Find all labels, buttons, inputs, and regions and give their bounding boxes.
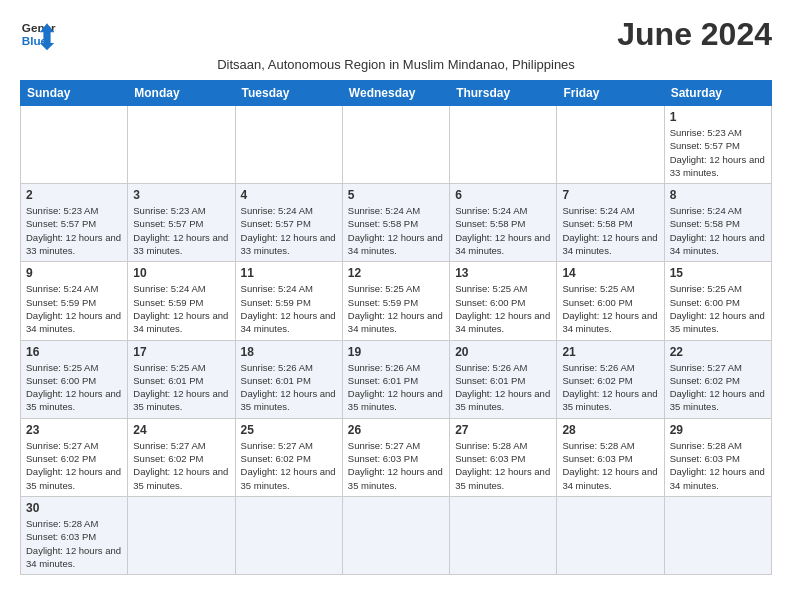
day-number: 16 <box>26 345 122 359</box>
calendar-cell: 14Sunrise: 5:25 AM Sunset: 6:00 PM Dayli… <box>557 262 664 340</box>
calendar-cell <box>450 496 557 574</box>
day-info: Sunrise: 5:26 AM Sunset: 6:01 PM Dayligh… <box>455 361 551 414</box>
calendar-cell: 16Sunrise: 5:25 AM Sunset: 6:00 PM Dayli… <box>21 340 128 418</box>
day-info: Sunrise: 5:27 AM Sunset: 6:02 PM Dayligh… <box>670 361 766 414</box>
calendar-cell: 21Sunrise: 5:26 AM Sunset: 6:02 PM Dayli… <box>557 340 664 418</box>
calendar-cell: 5Sunrise: 5:24 AM Sunset: 5:58 PM Daylig… <box>342 184 449 262</box>
day-info: Sunrise: 5:27 AM Sunset: 6:02 PM Dayligh… <box>26 439 122 492</box>
day-number: 7 <box>562 188 658 202</box>
calendar-cell: 1Sunrise: 5:23 AM Sunset: 5:57 PM Daylig… <box>664 106 771 184</box>
calendar-cell: 15Sunrise: 5:25 AM Sunset: 6:00 PM Dayli… <box>664 262 771 340</box>
day-info: Sunrise: 5:25 AM Sunset: 6:00 PM Dayligh… <box>455 282 551 335</box>
calendar-cell <box>235 106 342 184</box>
day-info: Sunrise: 5:23 AM Sunset: 5:57 PM Dayligh… <box>133 204 229 257</box>
logo: General Blue <box>20 16 56 52</box>
calendar-cell: 4Sunrise: 5:24 AM Sunset: 5:57 PM Daylig… <box>235 184 342 262</box>
day-header-saturday: Saturday <box>664 81 771 106</box>
day-info: Sunrise: 5:24 AM Sunset: 5:58 PM Dayligh… <box>562 204 658 257</box>
day-info: Sunrise: 5:28 AM Sunset: 6:03 PM Dayligh… <box>670 439 766 492</box>
day-info: Sunrise: 5:28 AM Sunset: 6:03 PM Dayligh… <box>562 439 658 492</box>
calendar-cell: 20Sunrise: 5:26 AM Sunset: 6:01 PM Dayli… <box>450 340 557 418</box>
day-info: Sunrise: 5:27 AM Sunset: 6:02 PM Dayligh… <box>133 439 229 492</box>
day-info: Sunrise: 5:24 AM Sunset: 5:59 PM Dayligh… <box>241 282 337 335</box>
calendar-cell: 19Sunrise: 5:26 AM Sunset: 6:01 PM Dayli… <box>342 340 449 418</box>
calendar-cell: 25Sunrise: 5:27 AM Sunset: 6:02 PM Dayli… <box>235 418 342 496</box>
day-number: 19 <box>348 345 444 359</box>
day-info: Sunrise: 5:23 AM Sunset: 5:57 PM Dayligh… <box>26 204 122 257</box>
day-info: Sunrise: 5:26 AM Sunset: 6:01 PM Dayligh… <box>241 361 337 414</box>
day-number: 29 <box>670 423 766 437</box>
day-info: Sunrise: 5:25 AM Sunset: 6:00 PM Dayligh… <box>670 282 766 335</box>
day-number: 12 <box>348 266 444 280</box>
calendar-cell: 26Sunrise: 5:27 AM Sunset: 6:03 PM Dayli… <box>342 418 449 496</box>
calendar-cell: 3Sunrise: 5:23 AM Sunset: 5:57 PM Daylig… <box>128 184 235 262</box>
calendar-cell: 24Sunrise: 5:27 AM Sunset: 6:02 PM Dayli… <box>128 418 235 496</box>
calendar-cell <box>450 106 557 184</box>
calendar-cell <box>342 106 449 184</box>
calendar-cell: 27Sunrise: 5:28 AM Sunset: 6:03 PM Dayli… <box>450 418 557 496</box>
day-info: Sunrise: 5:26 AM Sunset: 6:01 PM Dayligh… <box>348 361 444 414</box>
day-info: Sunrise: 5:24 AM Sunset: 5:57 PM Dayligh… <box>241 204 337 257</box>
day-header-tuesday: Tuesday <box>235 81 342 106</box>
calendar-cell: 11Sunrise: 5:24 AM Sunset: 5:59 PM Dayli… <box>235 262 342 340</box>
day-info: Sunrise: 5:24 AM Sunset: 5:59 PM Dayligh… <box>26 282 122 335</box>
calendar-cell <box>664 496 771 574</box>
day-number: 26 <box>348 423 444 437</box>
day-number: 10 <box>133 266 229 280</box>
svg-text:General: General <box>22 21 56 34</box>
day-number: 21 <box>562 345 658 359</box>
subtitle: Ditsaan, Autonomous Region in Muslim Min… <box>20 57 772 72</box>
month-title: June 2024 <box>617 16 772 53</box>
day-info: Sunrise: 5:25 AM Sunset: 6:00 PM Dayligh… <box>562 282 658 335</box>
day-info: Sunrise: 5:28 AM Sunset: 6:03 PM Dayligh… <box>26 517 122 570</box>
calendar-cell: 30Sunrise: 5:28 AM Sunset: 6:03 PM Dayli… <box>21 496 128 574</box>
calendar-cell <box>21 106 128 184</box>
day-number: 5 <box>348 188 444 202</box>
calendar-cell: 2Sunrise: 5:23 AM Sunset: 5:57 PM Daylig… <box>21 184 128 262</box>
calendar-cell <box>128 496 235 574</box>
day-number: 13 <box>455 266 551 280</box>
calendar-table: SundayMondayTuesdayWednesdayThursdayFrid… <box>20 80 772 575</box>
day-info: Sunrise: 5:25 AM Sunset: 6:01 PM Dayligh… <box>133 361 229 414</box>
day-number: 6 <box>455 188 551 202</box>
calendar-cell <box>235 496 342 574</box>
day-number: 25 <box>241 423 337 437</box>
calendar-cell: 8Sunrise: 5:24 AM Sunset: 5:58 PM Daylig… <box>664 184 771 262</box>
day-number: 17 <box>133 345 229 359</box>
day-number: 9 <box>26 266 122 280</box>
day-info: Sunrise: 5:28 AM Sunset: 6:03 PM Dayligh… <box>455 439 551 492</box>
calendar-cell: 9Sunrise: 5:24 AM Sunset: 5:59 PM Daylig… <box>21 262 128 340</box>
day-number: 1 <box>670 110 766 124</box>
day-number: 14 <box>562 266 658 280</box>
calendar-cell <box>557 496 664 574</box>
day-number: 4 <box>241 188 337 202</box>
day-header-wednesday: Wednesday <box>342 81 449 106</box>
day-info: Sunrise: 5:27 AM Sunset: 6:03 PM Dayligh… <box>348 439 444 492</box>
day-number: 27 <box>455 423 551 437</box>
calendar-cell <box>557 106 664 184</box>
day-info: Sunrise: 5:24 AM Sunset: 5:59 PM Dayligh… <box>133 282 229 335</box>
calendar-cell: 29Sunrise: 5:28 AM Sunset: 6:03 PM Dayli… <box>664 418 771 496</box>
day-header-monday: Monday <box>128 81 235 106</box>
day-number: 23 <box>26 423 122 437</box>
day-header-friday: Friday <box>557 81 664 106</box>
calendar-cell: 22Sunrise: 5:27 AM Sunset: 6:02 PM Dayli… <box>664 340 771 418</box>
day-number: 20 <box>455 345 551 359</box>
calendar-cell <box>342 496 449 574</box>
calendar-cell: 28Sunrise: 5:28 AM Sunset: 6:03 PM Dayli… <box>557 418 664 496</box>
day-info: Sunrise: 5:24 AM Sunset: 5:58 PM Dayligh… <box>455 204 551 257</box>
day-number: 3 <box>133 188 229 202</box>
day-number: 8 <box>670 188 766 202</box>
day-header-sunday: Sunday <box>21 81 128 106</box>
calendar-cell: 17Sunrise: 5:25 AM Sunset: 6:01 PM Dayli… <box>128 340 235 418</box>
day-number: 18 <box>241 345 337 359</box>
calendar-cell: 10Sunrise: 5:24 AM Sunset: 5:59 PM Dayli… <box>128 262 235 340</box>
day-info: Sunrise: 5:25 AM Sunset: 6:00 PM Dayligh… <box>26 361 122 414</box>
day-info: Sunrise: 5:24 AM Sunset: 5:58 PM Dayligh… <box>670 204 766 257</box>
calendar-cell: 12Sunrise: 5:25 AM Sunset: 5:59 PM Dayli… <box>342 262 449 340</box>
day-number: 24 <box>133 423 229 437</box>
day-info: Sunrise: 5:24 AM Sunset: 5:58 PM Dayligh… <box>348 204 444 257</box>
day-number: 28 <box>562 423 658 437</box>
header: General Blue June 2024 <box>20 16 772 53</box>
day-number: 15 <box>670 266 766 280</box>
